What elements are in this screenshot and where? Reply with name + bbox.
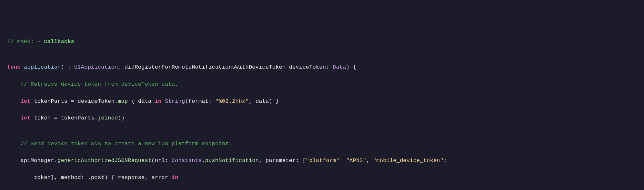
code-line-4: // Retreive device token from deviceToke… bbox=[7, 80, 637, 89]
code-editor[interactable]: // MARK: - Callbacks func application(_:… bbox=[7, 38, 637, 190]
code-line-6: let token = tokenParts.joined() bbox=[7, 114, 637, 122]
code-line-3: func application(_: UIApplication, didRe… bbox=[7, 63, 637, 71]
code-line-8: // Send device token SNS to create a new… bbox=[7, 140, 637, 148]
code-line-5: let tokenParts = deviceToken.map { data … bbox=[7, 97, 637, 106]
code-line-9: apiManager.genericAuthorizedJSONRequest(… bbox=[7, 157, 637, 165]
code-line-1: // MARK: - Callbacks bbox=[7, 38, 637, 46]
code-line-10: token], method: .post) { response, error… bbox=[7, 174, 637, 182]
